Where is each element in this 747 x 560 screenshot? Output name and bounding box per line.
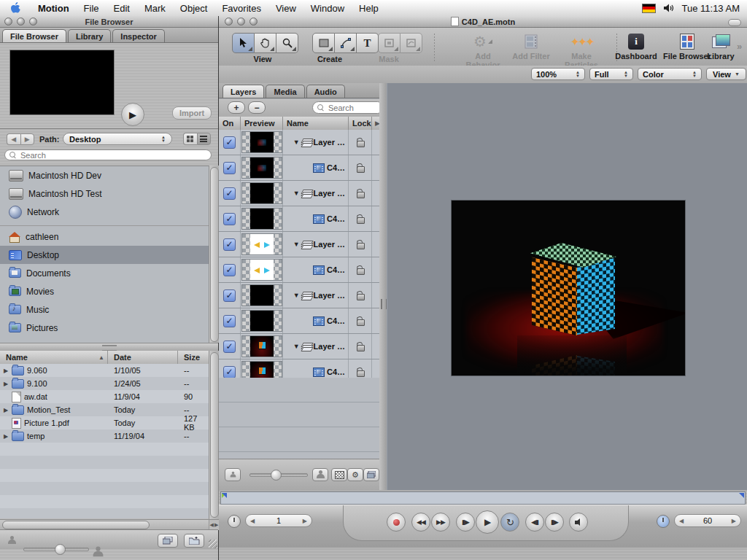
menu-object[interactable]: Object xyxy=(173,0,215,16)
loop-playback-button[interactable]: ↻ xyxy=(500,513,519,532)
play-range-start-marker[interactable] xyxy=(222,493,227,498)
decrement-arrow-icon[interactable]: ◀ xyxy=(679,518,684,524)
apple-menu[interactable] xyxy=(0,0,31,16)
layer-enabled-checkbox[interactable]: ✓ xyxy=(223,315,236,327)
file-search-field[interactable] xyxy=(4,149,212,160)
menu-motion[interactable]: Motion xyxy=(31,0,77,16)
disclosure-triangle-icon[interactable]: ▶ xyxy=(3,433,9,440)
step-forward-button[interactable]: ▮▶ xyxy=(545,513,564,532)
library-button[interactable]: Library xyxy=(700,31,741,61)
lock-open-icon[interactable] xyxy=(356,214,364,224)
layer-enabled-checkbox[interactable]: ✓ xyxy=(223,341,236,353)
toolbar-collapse-button[interactable] xyxy=(728,19,741,26)
step-back-button[interactable]: ◀▮ xyxy=(525,513,544,532)
add-layer-button[interactable]: + xyxy=(228,101,245,114)
import-button[interactable]: Import xyxy=(172,106,212,120)
duration-stepper[interactable]: ◀ 60 ▶ xyxy=(674,514,741,527)
audio-mute-button[interactable] xyxy=(569,513,588,532)
tab-file-browser[interactable]: File Browser xyxy=(2,29,66,42)
preview-play-button[interactable]: ▶ xyxy=(121,103,144,126)
rectangle-tool-button[interactable] xyxy=(312,33,335,53)
place-macintosh-hd-test[interactable]: Macintosh HD Test xyxy=(0,184,209,203)
scrollbar-arrows[interactable]: ◀▶ xyxy=(209,519,219,530)
layer-enabled-checkbox[interactable]: ✓ xyxy=(223,213,236,225)
project-titlebar[interactable]: C4D_AE.motn xyxy=(219,16,747,28)
mini-timeline[interactable] xyxy=(220,491,746,505)
place-documents[interactable]: Documents xyxy=(0,264,209,282)
add-filter-button[interactable]: Add Filter xyxy=(509,31,553,61)
select-tool-button[interactable] xyxy=(232,33,255,53)
slider-knob[interactable] xyxy=(271,470,282,481)
tab-audio[interactable]: Audio xyxy=(306,85,345,98)
file-row[interactable]: ▶9.100 1/24/05-- xyxy=(0,377,209,390)
disclosure-open-icon[interactable]: ▼ xyxy=(293,190,300,197)
current-frame-clock-icon[interactable] xyxy=(228,515,241,528)
project-canvas[interactable] xyxy=(452,201,685,376)
zoom-tool-button[interactable] xyxy=(276,33,298,53)
menu-clock[interactable]: Tue 11:13 AM xyxy=(682,3,740,14)
list-view-button[interactable] xyxy=(197,133,212,145)
menu-favorites[interactable]: Favorites xyxy=(214,0,268,16)
layer-enabled-checkbox[interactable]: ✓ xyxy=(223,289,236,302)
place-macintosh-hd-dev[interactable]: Macintosh HD Dev xyxy=(0,166,209,184)
layer-row[interactable]: ✓ C4… xyxy=(219,206,379,232)
layer-row[interactable]: ✓ ▼Layer … xyxy=(219,232,379,257)
place-home[interactable]: cathleen xyxy=(0,228,209,246)
file-row[interactable]: Picture 1.pdf Today127 KB xyxy=(0,416,209,429)
disclosure-triangle-icon[interactable]: ▶ xyxy=(3,381,9,387)
place-pictures[interactable]: Pictures xyxy=(0,319,209,337)
go-to-start-button[interactable]: ◀◀ xyxy=(411,513,430,532)
layer-row[interactable]: ✓ C4… xyxy=(219,155,379,181)
menu-edit[interactable]: Edit xyxy=(107,0,137,16)
layer-row[interactable]: ✓ ▼Layer … xyxy=(219,181,379,206)
thumb-size-slider[interactable] xyxy=(249,473,308,477)
forward-button[interactable]: ▶ xyxy=(20,133,35,145)
canvas-area[interactable] xyxy=(387,83,747,490)
layer-row[interactable]: ✓ C4… xyxy=(219,257,379,283)
menu-view[interactable]: View xyxy=(268,0,303,16)
bezier-tool-button[interactable] xyxy=(335,33,357,53)
view-menu-button[interactable]: View▼ xyxy=(706,68,746,80)
window-resize-grip[interactable] xyxy=(209,540,217,548)
tab-library[interactable]: Library xyxy=(68,29,111,42)
lock-open-icon[interactable] xyxy=(356,291,364,300)
more-columns-chevron-icon[interactable]: ▶ xyxy=(372,117,379,130)
layer-enabled-checkbox[interactable]: ✓ xyxy=(223,366,236,378)
file-row[interactable]: ▶9.060 1/10/05-- xyxy=(0,364,209,377)
lock-open-icon[interactable] xyxy=(356,189,364,198)
disclosure-triangle-icon[interactable]: ▶ xyxy=(3,368,9,374)
increment-arrow-icon[interactable]: ▶ xyxy=(732,518,736,524)
lock-open-icon[interactable] xyxy=(356,138,364,147)
make-particles-button[interactable]: ✦✦✦ Make Particles xyxy=(554,31,608,69)
horizontal-scrollbar[interactable] xyxy=(0,519,209,530)
menu-window[interactable]: Window xyxy=(303,0,352,16)
channel-popup[interactable]: Color▲▼ xyxy=(638,68,702,80)
disclosure-open-icon[interactable]: ▼ xyxy=(293,139,300,146)
copy-to-project-button[interactable] xyxy=(158,534,178,548)
place-network[interactable]: Network xyxy=(0,203,209,221)
toggle-checkerboard-button[interactable] xyxy=(331,468,347,481)
zoom-level-popup[interactable]: 100%▲▼ xyxy=(531,68,585,80)
place-movies[interactable]: Movies xyxy=(0,282,209,300)
duration-clock-icon[interactable] xyxy=(657,515,670,528)
places-scrollbar[interactable] xyxy=(209,166,219,343)
play-range-end-marker[interactable] xyxy=(739,493,744,498)
layer-enabled-checkbox[interactable]: ✓ xyxy=(223,187,236,200)
icon-size-slider[interactable] xyxy=(23,548,89,551)
search-input[interactable] xyxy=(19,150,206,160)
remove-layer-button[interactable]: − xyxy=(248,101,266,114)
file-list-scrollbar[interactable] xyxy=(209,351,219,519)
toggle-filters-button[interactable] xyxy=(363,468,379,481)
pan-tool-button[interactable] xyxy=(255,33,276,53)
menu-mark[interactable]: Mark xyxy=(137,0,173,16)
checkered-cube[interactable] xyxy=(452,201,685,376)
column-date[interactable]: Date xyxy=(108,351,178,364)
disclosure-open-icon[interactable]: ▼ xyxy=(293,292,300,299)
resolution-popup[interactable]: Full▲▼ xyxy=(589,68,633,80)
disclosure-open-icon[interactable]: ▼ xyxy=(293,241,300,248)
menu-help[interactable]: Help xyxy=(352,0,386,16)
file-row[interactable]: aw.dat 11/9/0490 xyxy=(0,390,209,403)
play-button[interactable]: ▶ xyxy=(476,510,499,534)
layer-enabled-checkbox[interactable]: ✓ xyxy=(223,162,236,174)
record-button[interactable] xyxy=(387,513,406,532)
